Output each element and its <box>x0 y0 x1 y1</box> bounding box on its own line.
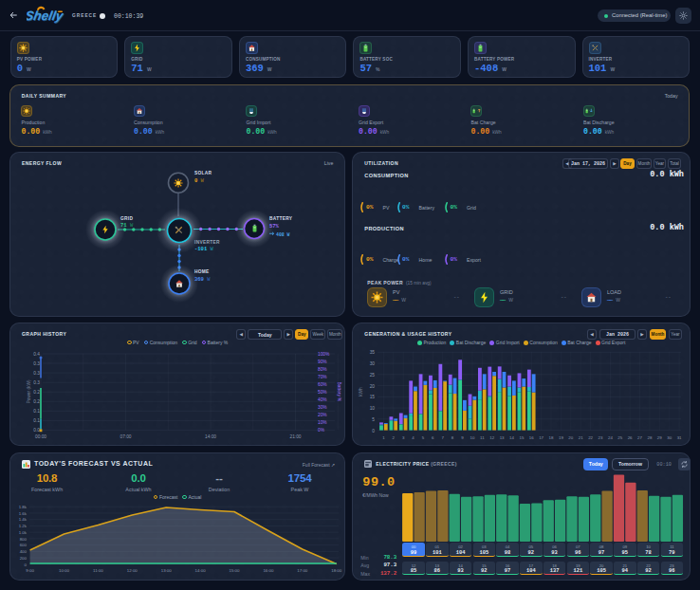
svg-text:15: 15 <box>370 395 376 399</box>
svg-text:21:00: 21:00 <box>289 434 301 439</box>
svg-text:30%: 30% <box>318 405 327 410</box>
svg-text:0: 0 <box>25 562 28 567</box>
svg-text:7: 7 <box>442 435 445 440</box>
svg-text:31: 31 <box>677 435 682 440</box>
svg-text:26: 26 <box>628 435 633 440</box>
svg-text:13: 13 <box>500 435 505 440</box>
svg-text:4: 4 <box>413 435 415 440</box>
svg-text:10: 10 <box>470 435 475 440</box>
svg-text:70%: 70% <box>318 375 327 379</box>
svg-text:0.3: 0.3 <box>33 371 40 376</box>
svg-text:10%: 10% <box>318 420 327 425</box>
svg-text:9:00: 9:00 <box>26 568 34 573</box>
svg-text:17:00: 17:00 <box>297 568 308 573</box>
svg-text:1.2k: 1.2k <box>19 524 28 528</box>
svg-text:28: 28 <box>648 435 653 440</box>
svg-text:2: 2 <box>393 435 396 440</box>
svg-text:0.4: 0.4 <box>33 352 40 357</box>
svg-text:00:00: 00:00 <box>35 434 46 439</box>
svg-text:0: 0 <box>373 429 376 433</box>
svg-text:22: 22 <box>588 435 593 440</box>
svg-text:19: 19 <box>559 435 563 440</box>
svg-text:12:00: 12:00 <box>127 568 138 573</box>
svg-text:20: 20 <box>370 384 376 389</box>
svg-text:21: 21 <box>579 435 583 440</box>
svg-text:8: 8 <box>451 435 454 440</box>
svg-text:12: 12 <box>490 435 495 440</box>
svg-text:0%: 0% <box>318 428 325 433</box>
svg-text:1: 1 <box>382 435 385 440</box>
svg-text:10:00: 10:00 <box>59 568 70 573</box>
svg-text:400: 400 <box>20 549 28 554</box>
svg-text:200: 200 <box>20 556 28 561</box>
svg-text:29: 29 <box>657 435 662 440</box>
svg-text:0.1: 0.1 <box>33 409 40 414</box>
svg-text:15:00: 15:00 <box>230 568 241 573</box>
svg-text:100%: 100% <box>318 352 330 357</box>
svg-text:20: 20 <box>569 435 574 440</box>
svg-text:30: 30 <box>668 435 672 440</box>
svg-text:0.0: 0.0 <box>33 428 40 433</box>
svg-text:1.8k: 1.8k <box>19 505 28 509</box>
svg-text:50%: 50% <box>318 390 327 395</box>
svg-text:27: 27 <box>637 435 642 440</box>
svg-text:14:00: 14:00 <box>195 568 207 573</box>
svg-text:0.2: 0.2 <box>33 390 40 395</box>
svg-text:11:00: 11:00 <box>93 568 103 573</box>
svg-text:60%: 60% <box>318 382 327 387</box>
svg-text:6: 6 <box>432 435 434 440</box>
svg-text:Battery %: Battery % <box>337 382 341 403</box>
svg-text:11: 11 <box>480 435 485 440</box>
svg-text:kWh: kWh <box>359 387 363 396</box>
svg-text:Shelly: Shelly <box>27 9 65 24</box>
svg-text:1.6k: 1.6k <box>19 511 28 516</box>
svg-text:3: 3 <box>402 435 405 440</box>
svg-text:20%: 20% <box>318 413 327 417</box>
svg-text:0.3: 0.3 <box>33 361 40 366</box>
svg-text:16:00: 16:00 <box>263 568 274 573</box>
svg-text:24: 24 <box>608 435 613 440</box>
svg-text:17: 17 <box>539 435 543 440</box>
svg-text:25: 25 <box>370 373 376 378</box>
svg-text:0.1: 0.1 <box>33 418 40 423</box>
svg-text:18: 18 <box>549 435 554 440</box>
svg-text:15: 15 <box>520 435 525 440</box>
svg-text:18:00: 18:00 <box>331 568 342 573</box>
svg-text:Power (kW): Power (kW) <box>27 379 31 403</box>
svg-text:0.3: 0.3 <box>33 380 40 385</box>
svg-text:9: 9 <box>462 435 465 440</box>
svg-text:90%: 90% <box>318 360 327 364</box>
svg-text:14:00: 14:00 <box>205 434 216 439</box>
svg-text:25: 25 <box>618 435 623 440</box>
svg-text:10: 10 <box>370 406 376 411</box>
svg-text:1.4k: 1.4k <box>19 517 28 522</box>
svg-text:40%: 40% <box>318 397 327 402</box>
svg-text:0.2: 0.2 <box>33 399 40 404</box>
svg-text:23: 23 <box>599 435 603 440</box>
svg-text:30: 30 <box>370 361 376 366</box>
svg-text:800: 800 <box>20 537 28 542</box>
svg-text:600: 600 <box>20 543 28 547</box>
svg-text:14: 14 <box>509 435 514 440</box>
svg-text:80%: 80% <box>318 367 327 372</box>
svg-text:1.0k: 1.0k <box>19 530 28 535</box>
svg-text:07:00: 07:00 <box>120 434 131 439</box>
svg-text:13:00: 13:00 <box>161 568 173 573</box>
svg-text:35: 35 <box>370 350 376 355</box>
svg-text:16: 16 <box>529 435 534 440</box>
svg-text:5: 5 <box>422 435 425 440</box>
svg-text:5: 5 <box>373 417 376 422</box>
